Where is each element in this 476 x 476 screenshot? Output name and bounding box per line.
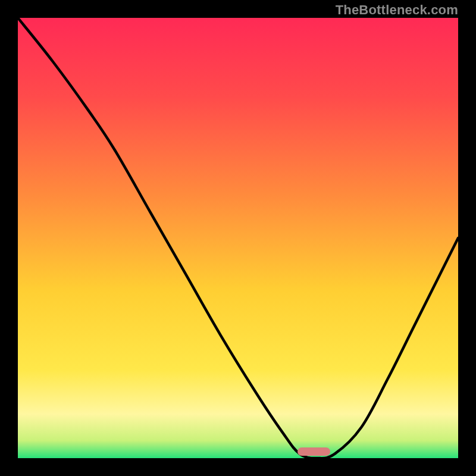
- bottleneck-curve: [18, 18, 458, 458]
- optimal-marker: [298, 447, 331, 456]
- plot-area: [18, 18, 458, 458]
- chart-frame: TheBottleneck.com: [0, 0, 476, 476]
- watermark-text: TheBottleneck.com: [336, 2, 458, 18]
